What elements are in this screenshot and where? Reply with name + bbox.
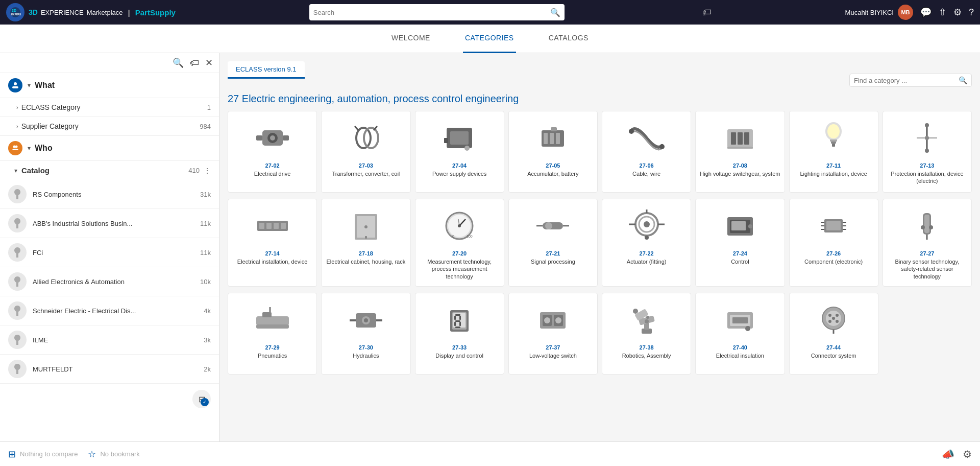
find-category-search-icon[interactable]: 🔍 [959, 76, 967, 84]
sidebar-close-icon[interactable]: ✕ [205, 57, 213, 68]
category-card-2718[interactable]: 27-18 Electrical cabinet, housing, rack [321, 199, 410, 287]
category-card-2744[interactable]: 27-44 Connector system [789, 293, 878, 375]
catalog-chevron: ▾ [14, 167, 17, 174]
tools-icon[interactable]: ⚙ [953, 7, 962, 18]
category-card-2733[interactable]: 27-33 Display and control [415, 293, 504, 375]
category-card-2702[interactable]: 27-02 Electrical drive [228, 111, 317, 193]
catalog-count-fci: 11k [200, 249, 211, 257]
help-icon[interactable]: ? [969, 7, 974, 18]
svg-point-39 [925, 123, 929, 127]
catalog-sub-header[interactable]: ▾ Catalog 410 ⋮ [0, 161, 219, 180]
svg-rect-34 [830, 139, 837, 142]
tab-catalogs[interactable]: CATALOGS [547, 25, 591, 53]
category-card-2711[interactable]: 27-11 Lighting installation, device [789, 111, 878, 193]
svg-rect-30 [744, 132, 749, 145]
cat-image-2729 [250, 299, 296, 340]
sidebar-tag-icon[interactable]: 🏷 [190, 58, 199, 68]
megaphone-icon[interactable]: 📣 [942, 448, 954, 460]
catalog-count-abb: 11k [200, 220, 211, 227]
cat-image-2713 [904, 118, 950, 158]
category-card-2730[interactable]: 27-30 Hydraulics [321, 293, 410, 375]
who-section-header[interactable]: ▾ Who [0, 136, 219, 161]
catalog-item-schneider[interactable]: Schneider Electric - Electrical Dis... 4… [0, 296, 219, 325]
share-icon[interactable]: ⇧ [939, 7, 946, 18]
sidebar-search-icon[interactable]: 🔍 [173, 57, 184, 68]
tab-welcome[interactable]: WELCOME [389, 25, 432, 53]
search-input[interactable] [313, 9, 550, 16]
svg-rect-79 [924, 215, 929, 233]
supplier-category-filter[interactable]: › Supplier Category 984 [0, 117, 219, 136]
category-card-2722[interactable]: 27-22 Actuator (fitting) [602, 199, 691, 287]
what-icon [8, 78, 22, 92]
catalog-item-fci[interactable]: FCi 11k [0, 238, 219, 267]
cat-name-2737: Low-voltage switch [529, 352, 577, 359]
cat-name-2730: Hydraulics [353, 352, 379, 359]
cat-image-2703 [343, 118, 389, 158]
cat-name-2703: Transformer, converter, coil [332, 170, 400, 177]
cat-code-2740: 27-40 [733, 344, 747, 351]
find-category-input[interactable] [854, 77, 959, 84]
catalog-avatar-allied [8, 272, 27, 291]
what-section-header[interactable]: ▾ What [0, 73, 219, 98]
cat-code-2713: 27-13 [920, 162, 934, 169]
tag-icon[interactable]: 🏷 [702, 7, 712, 18]
svg-rect-28 [731, 132, 736, 145]
svg-rect-50 [365, 236, 367, 239]
category-card-2737[interactable]: 27-37 Low-voltage switch [508, 293, 598, 375]
catalog-item-allied[interactable]: Allied Electronics & Automation 10k [0, 267, 219, 296]
brand-marketplace: Marketplace [87, 9, 123, 16]
find-category-bar: 🔍 [849, 74, 972, 87]
svg-rect-24 [556, 133, 560, 144]
category-card-2713[interactable]: 27-13 Protection installation, device (e… [883, 111, 972, 193]
category-card-2726[interactable]: 27-26 Component (electronic) [789, 199, 878, 287]
filter-button[interactable]: ⊟ ✓ [192, 390, 211, 408]
svg-point-117 [745, 326, 750, 331]
svg-point-64 [644, 221, 650, 227]
category-card-2738[interactable]: 27-38 Robotics, Assembly [602, 293, 691, 375]
catalog-count-rs: 31k [200, 191, 211, 198]
svg-rect-46 [281, 223, 286, 229]
category-card-2727[interactable]: 27-27 Binary sensor technology, safety-r… [883, 199, 972, 287]
catalog-item-abb[interactable]: ABB's Industrial Solutions Busin... 11k [0, 209, 219, 238]
category-card-2706[interactable]: 27-06 Cable, wire [602, 111, 691, 193]
tab-categories[interactable]: CATEGORIES [463, 25, 516, 53]
avatar: MB [898, 5, 913, 20]
settings-icon[interactable]: ⚙ [963, 448, 972, 460]
eclass-category-filter[interactable]: › ECLASS Category 1 [0, 98, 219, 117]
cat-code-2708: 27-08 [733, 162, 747, 169]
category-card-2740[interactable]: 27-40 Electrical insulation [695, 293, 785, 375]
category-card-2721[interactable]: 27-21 Signal processing [508, 199, 598, 287]
cat-name-2740: Electrical insulation [716, 352, 764, 359]
svg-rect-22 [544, 133, 548, 144]
ds-logo[interactable]: 3D EXPERIENCE [6, 3, 24, 21]
svg-rect-35 [831, 142, 836, 144]
catalog-item-murtfeldt[interactable]: MURTFELDT 2k [0, 355, 219, 384]
compare-bar-item[interactable]: ⊞ Nothing to compare [8, 449, 78, 460]
bookmark-icon: ☆ [88, 449, 96, 460]
category-card-2708[interactable]: 27-08 High voltage switchgear, system [695, 111, 785, 193]
category-grid-row3: 27-29 Pneumatics 27-30 Hydraulics [228, 293, 972, 375]
svg-point-122 [828, 320, 831, 323]
catalog-more-icon[interactable]: ⋮ [204, 167, 211, 175]
category-card-2704[interactable]: 27-04 Power supply devices [415, 111, 504, 193]
category-card-2724[interactable]: 27-24 Control [695, 199, 785, 287]
category-card-2714[interactable]: 27-14 Electrical installation, device [228, 199, 317, 287]
catalog-name-abb: ABB's Industrial Solutions Busin... [33, 220, 200, 227]
user-profile[interactable]: Mucahit BIYIKCI MB [845, 5, 913, 20]
brand-label: 3DEXPERIENCE Marketplace | PartSupply [29, 8, 176, 17]
category-card-2705[interactable]: 27-05 Accumulator, battery [508, 111, 598, 193]
catalog-name-rs: RS Components [33, 191, 200, 198]
category-card-2729[interactable]: 27-29 Pneumatics [228, 293, 317, 375]
catalog-item-ilme[interactable]: ILME 3k [0, 325, 219, 355]
bookmark-bar-item[interactable]: ☆ No bookmark [88, 449, 139, 460]
category-card-2720[interactable]: 0 100 27-20 Measurement technology, proc… [415, 199, 504, 287]
svg-point-25 [629, 129, 634, 134]
bookmark-label: No bookmark [100, 450, 139, 458]
eclass-version-tab[interactable]: ECLASS version 9.1 [228, 61, 305, 79]
search-icon[interactable]: 🔍 [550, 8, 560, 17]
catalog-count-murtfeldt: 2k [204, 365, 211, 373]
notifications-icon[interactable]: 💬 [920, 7, 932, 18]
catalog-item-rs[interactable]: RS Components 31k [0, 180, 219, 209]
main-content: ECLASS version 9.1 🔍 27 Electric enginee… [219, 53, 980, 441]
category-card-2703[interactable]: 27-03 Transformer, converter, coil [321, 111, 410, 193]
